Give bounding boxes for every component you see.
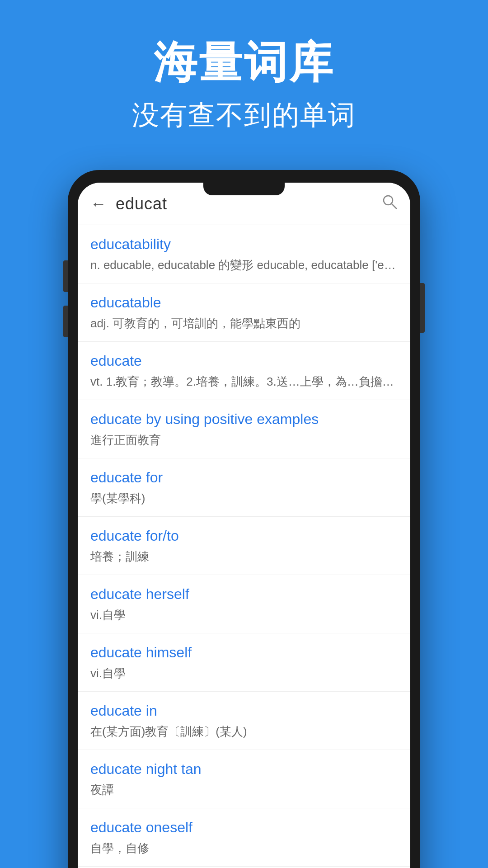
result-definition: 進行正面教育	[90, 432, 398, 448]
result-term: educate for/to	[90, 527, 398, 546]
result-term: educate herself	[90, 585, 398, 604]
result-definition: 自學，自修	[90, 840, 398, 856]
result-definition: 學(某學科)	[90, 490, 398, 506]
result-term: educate in	[90, 702, 398, 721]
result-term: educatability	[90, 235, 398, 254]
result-definition: 夜譚	[90, 782, 398, 798]
phone-notch	[203, 183, 285, 195]
header-subtitle: 没有查不到的单词	[18, 97, 470, 134]
result-item[interactable]: educatableadj. 可教育的，可培訓的，能學點東西的	[78, 283, 410, 342]
results-list: educatabilityn. educable, educatable 的變形…	[78, 225, 410, 868]
header-title: 海量词库	[18, 36, 470, 88]
result-item[interactable]: educate for/to培養；訓練	[78, 517, 410, 575]
back-button[interactable]: ←	[90, 194, 107, 213]
svg-point-0	[384, 196, 393, 205]
result-item[interactable]: educate herselfvi.自學	[78, 575, 410, 633]
phone-wrapper: ← educat educatabilityn. educable, educa…	[68, 170, 420, 868]
result-item[interactable]: educate by using positive examples進行正面教育	[78, 400, 410, 458]
result-item[interactable]: educate night tan夜譚	[78, 750, 410, 808]
svg-line-1	[392, 204, 396, 208]
result-term: educate by using positive examples	[90, 410, 398, 429]
side-button-volume-up	[63, 260, 68, 292]
result-term: educate night tan	[90, 760, 398, 779]
result-definition: 培養；訓練	[90, 548, 398, 565]
result-definition: n. educable, educatable 的變形 educable, ed…	[90, 257, 398, 273]
result-term: educatable	[90, 293, 398, 312]
result-term: educate himself	[90, 643, 398, 662]
result-term: educate for	[90, 468, 398, 487]
result-definition: vi.自學	[90, 665, 398, 681]
search-icon[interactable]	[381, 193, 398, 214]
side-button-volume-down	[63, 306, 68, 337]
result-definition: 在(某方面)教育〔訓練〕(某人)	[90, 723, 398, 740]
search-input[interactable]: educat	[116, 194, 372, 213]
result-item[interactable]: educate oneself自學，自修	[78, 808, 410, 867]
result-term: educate	[90, 352, 398, 371]
result-item[interactable]: educate for學(某學科)	[78, 458, 410, 517]
result-definition: adj. 可教育的，可培訓的，能學點東西的	[90, 315, 398, 331]
result-definition: vi.自學	[90, 607, 398, 623]
phone-frame: ← educat educatabilityn. educable, educa…	[68, 170, 420, 868]
phone-screen: ← educat educatabilityn. educable, educa…	[78, 183, 410, 868]
result-item[interactable]: educate himselfvi.自學	[78, 633, 410, 692]
result-item[interactable]: educatevt. 1.教育；教導。2.培養，訓練。3.送…上學，為…負擔學費…	[78, 342, 410, 400]
side-button-power	[420, 283, 425, 333]
header-section: 海量词库 没有查不到的单词	[0, 0, 488, 152]
result-definition: vt. 1.教育；教導。2.培養，訓練。3.送…上學，為…負擔學費。 n...	[90, 373, 398, 390]
result-item[interactable]: educate in在(某方面)教育〔訓練〕(某人)	[78, 692, 410, 750]
result-item[interactable]: educatabilityn. educable, educatable 的變形…	[78, 225, 410, 283]
result-term: educate oneself	[90, 818, 398, 837]
